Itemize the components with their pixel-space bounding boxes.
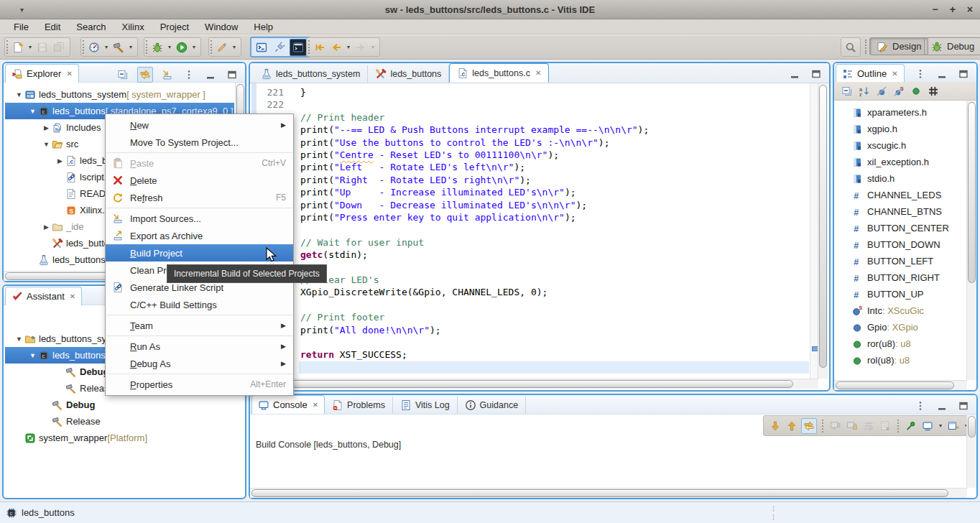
dropdown-arrow-icon[interactable]: ▾ (166, 44, 173, 50)
open-console-button[interactable] (946, 419, 961, 433)
tab-assistant[interactable]: Assistant ✕ (5, 287, 82, 305)
hide-nonpublic-button[interactable] (909, 84, 923, 98)
back-edit-button[interactable] (312, 40, 328, 55)
outline-item-button-up[interactable]: #BUTTON_UP (834, 286, 967, 302)
collapse-all-button[interactable] (840, 84, 854, 98)
connect-button[interactable] (272, 40, 287, 55)
outline-item-xscugic-h[interactable]: xscugic.h (834, 137, 967, 154)
back-button[interactable] (328, 40, 344, 55)
expanded-arrow-icon[interactable]: ▼ (14, 91, 24, 98)
tree-item-leds-buttons-system[interactable]: ▼leds_buttons_system [ system_wrapper ] (5, 86, 234, 103)
menu-item-team[interactable]: Team▶ (106, 317, 293, 334)
tree-item-release[interactable]: Release (5, 413, 242, 430)
view-menu-button[interactable] (182, 68, 196, 82)
tree-item-system-wrapper[interactable]: system_wrapper [Platform] (5, 430, 242, 446)
outline-item-button-down[interactable]: #BUTTON_DOWN (834, 236, 967, 253)
menu-xilinx[interactable]: Xilinx (114, 22, 152, 32)
window-maximize-button[interactable]: + (950, 4, 956, 15)
editor-tab-leds-buttons-c[interactable]: .cleds_buttons.c✕ (449, 63, 549, 83)
link-editor-button[interactable] (137, 67, 153, 83)
dropdown-arrow-icon[interactable]: ▾ (231, 44, 238, 50)
collapsed-arrow-icon[interactable]: ▶ (55, 157, 65, 165)
window-minimize-button[interactable]: − (932, 4, 938, 15)
menu-help[interactable]: Help (246, 22, 281, 32)
minimize-panel-button[interactable] (935, 67, 949, 81)
view-menu-button[interactable] (913, 67, 928, 81)
hide-fields-button[interactable] (874, 84, 889, 98)
menu-item-run-as[interactable]: Run As▶ (106, 338, 293, 355)
toolbar-group-handle[interactable] (6, 40, 8, 54)
outline-item-rol-u8-[interactable]: rol(u8) : u8 (834, 352, 967, 369)
outline-item-stdio-h[interactable]: stdio.h (834, 170, 967, 187)
scroll-up-button[interactable] (785, 419, 799, 433)
console-tab-problems[interactable]: Problems (325, 397, 393, 414)
menu-edit[interactable]: Edit (37, 22, 68, 32)
follow-output-button[interactable] (801, 418, 817, 434)
expanded-arrow-icon[interactable]: ▼ (27, 352, 38, 359)
perspective-debug[interactable]: Debug (924, 37, 980, 55)
tree-item-debug[interactable]: Debug (5, 397, 242, 413)
collapsed-arrow-icon[interactable]: ▶ (41, 124, 52, 131)
menu-item-export-as-archive[interactable]: Export as Archive (106, 227, 293, 244)
outline-item-gpio[interactable]: Gpio : XGpio (834, 319, 967, 335)
dropdown-arrow-icon[interactable]: ▾ (937, 422, 944, 429)
minimize-panel-button[interactable] (935, 399, 949, 413)
outline-item-button-left[interactable]: #BUTTON_LEFT (834, 253, 967, 269)
scroll-down-button[interactable] (768, 419, 782, 433)
menu-item-build-project[interactable]: Build Project (106, 244, 293, 262)
outline-item-ror-u8-[interactable]: ror(u8) : u8 (834, 335, 967, 352)
outline-item-xil-exception-h[interactable]: xil_exception.h (834, 154, 967, 170)
maximize-panel-button[interactable] (225, 68, 239, 82)
editor-hscrollbar[interactable] (251, 379, 818, 389)
pin-console-button[interactable] (904, 419, 918, 433)
menu-item-new[interactable]: New▶ (106, 116, 293, 134)
outline-item-xgpio-h[interactable]: xgpio.h (834, 121, 967, 137)
format-pen-button[interactable] (214, 40, 230, 55)
console-tab-guidance[interactable]: Guidance (458, 397, 527, 414)
tab-explorer[interactable]: Explorer ✕ (5, 64, 79, 83)
sort-button[interactable]: az (857, 84, 872, 98)
console-tab-vitis-log[interactable]: Vitis Log (393, 397, 458, 414)
menu-file[interactable]: File (6, 22, 37, 32)
editor-tab-leds-buttons-system[interactable]: leds_buttons_system (254, 65, 368, 83)
editor-vscrollbar[interactable] (818, 83, 828, 379)
new-file-button[interactable]: + (10, 40, 26, 55)
minimize-panel-button[interactable] (203, 68, 218, 82)
debug-bug-button[interactable] (149, 40, 165, 55)
toolbar-group-handle[interactable] (83, 40, 84, 54)
menu-item-debug-as[interactable]: Debug As▶ (106, 355, 293, 372)
expanded-arrow-icon[interactable]: ▼ (41, 141, 52, 148)
menu-project[interactable]: Project (152, 22, 197, 32)
close-tab-icon[interactable]: ✕ (70, 292, 75, 300)
outline-item-xparameters-h[interactable]: xparameters.h (834, 104, 967, 121)
console-tab-console[interactable]: Console✕ (251, 395, 325, 414)
outline-vscrollbar[interactable] (966, 101, 976, 380)
code-editor[interactable]: 2212222232242252262272282292302312322332… (251, 83, 828, 389)
hide-macros-button[interactable] (926, 84, 940, 98)
close-tab-icon[interactable]: ✕ (313, 401, 318, 409)
menu-item-properties[interactable]: PropertiesAlt+Enter (106, 376, 293, 393)
command-prompt-button[interactable] (254, 40, 269, 55)
dropdown-arrow-icon[interactable]: ▾ (127, 44, 134, 50)
console-vscrollbar[interactable] (966, 415, 976, 488)
menu-item-import-sources-[interactable]: Import Sources... (106, 210, 293, 227)
dropdown-arrow-icon[interactable]: ▾ (27, 44, 34, 50)
close-tab-icon[interactable]: ✕ (66, 70, 72, 78)
outline-hscrollbar[interactable] (834, 380, 967, 390)
menu-item-move-to-system-project-[interactable]: Move To System Project... (106, 134, 293, 151)
outline-item-channel-btns[interactable]: #CHANNEL_BTNS (834, 203, 967, 220)
expanded-arrow-icon[interactable]: ▼ (14, 335, 24, 343)
minimize-editor-button[interactable] (787, 67, 802, 81)
menu-item-c-c-build-settings[interactable]: C/C++ Build Settings (106, 296, 293, 313)
toolbar-group-handle[interactable] (146, 40, 147, 54)
toolbar-group-handle[interactable] (308, 40, 310, 54)
maximize-editor-button[interactable] (809, 67, 823, 81)
outline-item-intc[interactable]: SIntc : XScuGic (834, 302, 967, 319)
dropdown-arrow-icon[interactable]: ▾ (345, 44, 352, 50)
collapse-all-button[interactable] (116, 68, 130, 82)
build-hammer-button[interactable] (111, 40, 126, 55)
outline-item-channel-leds[interactable]: #CHANNEL_LEDS (834, 187, 967, 203)
menu-search[interactable]: Search (68, 22, 114, 32)
window-close-button[interactable]: × (967, 4, 973, 15)
close-tab-icon[interactable]: ✕ (535, 69, 541, 77)
